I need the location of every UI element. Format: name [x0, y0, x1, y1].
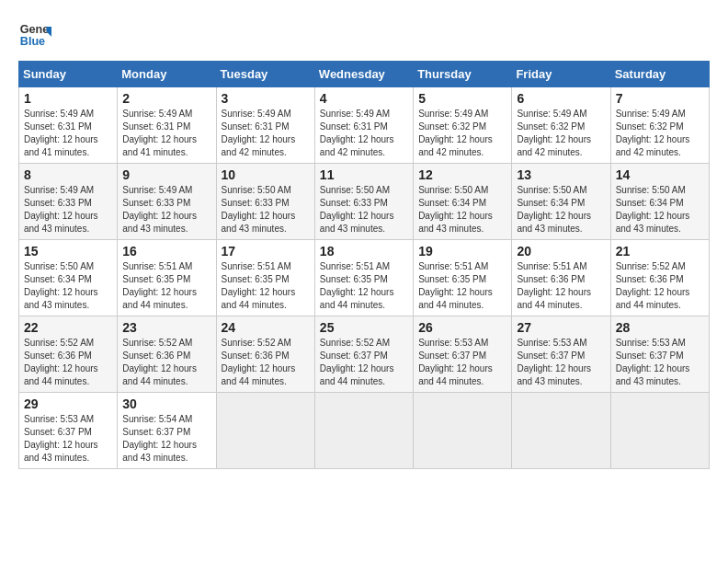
calendar-cell: 27Sunrise: 5:53 AM Sunset: 6:37 PM Dayli… — [512, 316, 610, 393]
day-info: Sunrise: 5:52 AM Sunset: 6:36 PM Dayligh… — [616, 260, 704, 312]
calendar-cell: 20Sunrise: 5:51 AM Sunset: 6:36 PM Dayli… — [512, 240, 610, 316]
day-info: Sunrise: 5:50 AM Sunset: 6:33 PM Dayligh… — [320, 184, 408, 236]
calendar-table: SundayMondayTuesdayWednesdayThursdayFrid… — [18, 61, 710, 469]
calendar-cell — [414, 393, 512, 469]
day-info: Sunrise: 5:53 AM Sunset: 6:37 PM Dayligh… — [24, 413, 112, 465]
day-number: 15 — [24, 244, 112, 259]
day-info: Sunrise: 5:49 AM Sunset: 6:31 PM Dayligh… — [320, 108, 408, 159]
day-number: 9 — [122, 167, 210, 182]
calendar-cell — [610, 393, 709, 469]
logo-icon: General Blue — [18, 18, 51, 52]
calendar-body: 1Sunrise: 5:49 AM Sunset: 6:31 PM Daylig… — [19, 87, 710, 469]
calendar-cell: 4Sunrise: 5:49 AM Sunset: 6:31 PM Daylig… — [314, 87, 413, 164]
calendar-cell: 9Sunrise: 5:49 AM Sunset: 6:33 PM Daylig… — [118, 164, 216, 240]
calendar-cell — [216, 393, 314, 469]
day-info: Sunrise: 5:49 AM Sunset: 6:33 PM Dayligh… — [122, 184, 210, 236]
day-info: Sunrise: 5:53 AM Sunset: 6:37 PM Dayligh… — [517, 337, 605, 388]
weekday-header-friday: Friday — [512, 62, 610, 87]
day-info: Sunrise: 5:52 AM Sunset: 6:37 PM Dayligh… — [320, 337, 408, 388]
week-row-4: 22Sunrise: 5:52 AM Sunset: 6:36 PM Dayli… — [19, 316, 710, 393]
day-info: Sunrise: 5:50 AM Sunset: 6:34 PM Dayligh… — [616, 184, 704, 236]
calendar-cell: 2Sunrise: 5:49 AM Sunset: 6:31 PM Daylig… — [118, 87, 216, 164]
weekday-header-monday: Monday — [118, 62, 216, 87]
day-info: Sunrise: 5:50 AM Sunset: 6:34 PM Dayligh… — [24, 260, 112, 312]
day-info: Sunrise: 5:53 AM Sunset: 6:37 PM Dayligh… — [616, 337, 704, 388]
day-info: Sunrise: 5:49 AM Sunset: 6:31 PM Dayligh… — [222, 108, 310, 159]
logo: General Blue — [18, 18, 51, 52]
day-number: 3 — [222, 91, 310, 106]
day-info: Sunrise: 5:49 AM Sunset: 6:32 PM Dayligh… — [616, 108, 704, 159]
day-number: 17 — [222, 244, 310, 259]
day-number: 12 — [418, 167, 506, 182]
day-info: Sunrise: 5:49 AM Sunset: 6:33 PM Dayligh… — [24, 184, 112, 236]
calendar-cell: 25Sunrise: 5:52 AM Sunset: 6:37 PM Dayli… — [314, 316, 413, 393]
calendar-cell: 19Sunrise: 5:51 AM Sunset: 6:35 PM Dayli… — [414, 240, 512, 316]
calendar-cell: 22Sunrise: 5:52 AM Sunset: 6:36 PM Dayli… — [19, 316, 118, 393]
weekday-header-wednesday: Wednesday — [314, 62, 413, 87]
calendar-cell — [314, 393, 413, 469]
weekday-header-thursday: Thursday — [414, 62, 512, 87]
day-info: Sunrise: 5:52 AM Sunset: 6:36 PM Dayligh… — [122, 337, 210, 388]
day-info: Sunrise: 5:50 AM Sunset: 6:34 PM Dayligh… — [418, 184, 506, 236]
calendar-cell: 7Sunrise: 5:49 AM Sunset: 6:32 PM Daylig… — [610, 87, 709, 164]
day-info: Sunrise: 5:49 AM Sunset: 6:32 PM Dayligh… — [517, 108, 605, 159]
calendar-cell: 18Sunrise: 5:51 AM Sunset: 6:35 PM Dayli… — [314, 240, 413, 316]
weekday-header-sunday: Sunday — [19, 62, 118, 87]
calendar-cell: 17Sunrise: 5:51 AM Sunset: 6:35 PM Dayli… — [216, 240, 314, 316]
day-number: 1 — [24, 91, 112, 106]
calendar-cell: 3Sunrise: 5:49 AM Sunset: 6:31 PM Daylig… — [216, 87, 314, 164]
day-number: 16 — [122, 244, 210, 259]
calendar-cell: 30Sunrise: 5:54 AM Sunset: 6:37 PM Dayli… — [118, 393, 216, 469]
week-row-5: 29Sunrise: 5:53 AM Sunset: 6:37 PM Dayli… — [19, 393, 710, 469]
day-info: Sunrise: 5:52 AM Sunset: 6:36 PM Dayligh… — [24, 337, 112, 388]
calendar-cell: 5Sunrise: 5:49 AM Sunset: 6:32 PM Daylig… — [414, 87, 512, 164]
day-number: 11 — [320, 167, 408, 182]
day-number: 30 — [122, 396, 210, 411]
weekday-header-tuesday: Tuesday — [216, 62, 314, 87]
calendar-cell: 14Sunrise: 5:50 AM Sunset: 6:34 PM Dayli… — [610, 164, 709, 240]
day-number: 22 — [24, 320, 112, 335]
day-number: 18 — [320, 244, 408, 259]
day-info: Sunrise: 5:51 AM Sunset: 6:35 PM Dayligh… — [320, 260, 408, 312]
header: General Blue — [18, 18, 710, 52]
day-number: 10 — [222, 167, 310, 182]
day-info: Sunrise: 5:49 AM Sunset: 6:31 PM Dayligh… — [122, 108, 210, 159]
calendar-cell: 1Sunrise: 5:49 AM Sunset: 6:31 PM Daylig… — [19, 87, 118, 164]
day-number: 20 — [517, 244, 605, 259]
calendar-cell: 24Sunrise: 5:52 AM Sunset: 6:36 PM Dayli… — [216, 316, 314, 393]
day-number: 4 — [320, 91, 408, 106]
day-number: 21 — [616, 244, 704, 259]
day-info: Sunrise: 5:51 AM Sunset: 6:35 PM Dayligh… — [222, 260, 310, 312]
calendar-cell: 21Sunrise: 5:52 AM Sunset: 6:36 PM Dayli… — [610, 240, 709, 316]
day-number: 25 — [320, 320, 408, 335]
day-info: Sunrise: 5:53 AM Sunset: 6:37 PM Dayligh… — [418, 337, 506, 388]
calendar-cell: 23Sunrise: 5:52 AM Sunset: 6:36 PM Dayli… — [118, 316, 216, 393]
calendar-cell — [512, 393, 610, 469]
day-info: Sunrise: 5:51 AM Sunset: 6:36 PM Dayligh… — [517, 260, 605, 312]
day-info: Sunrise: 5:49 AM Sunset: 6:32 PM Dayligh… — [418, 108, 506, 159]
day-number: 6 — [517, 91, 605, 106]
day-number: 2 — [122, 91, 210, 106]
day-number: 5 — [418, 91, 506, 106]
day-number: 29 — [24, 396, 112, 411]
calendar-cell: 13Sunrise: 5:50 AM Sunset: 6:34 PM Dayli… — [512, 164, 610, 240]
svg-text:Blue: Blue — [20, 35, 45, 48]
day-info: Sunrise: 5:51 AM Sunset: 6:35 PM Dayligh… — [418, 260, 506, 312]
calendar-cell: 16Sunrise: 5:51 AM Sunset: 6:35 PM Dayli… — [118, 240, 216, 316]
week-row-3: 15Sunrise: 5:50 AM Sunset: 6:34 PM Dayli… — [19, 240, 710, 316]
day-number: 7 — [616, 91, 704, 106]
day-number: 27 — [517, 320, 605, 335]
calendar-cell: 8Sunrise: 5:49 AM Sunset: 6:33 PM Daylig… — [19, 164, 118, 240]
calendar-cell: 28Sunrise: 5:53 AM Sunset: 6:37 PM Dayli… — [610, 316, 709, 393]
calendar-header: SundayMondayTuesdayWednesdayThursdayFrid… — [19, 62, 710, 87]
day-info: Sunrise: 5:50 AM Sunset: 6:34 PM Dayligh… — [517, 184, 605, 236]
week-row-1: 1Sunrise: 5:49 AM Sunset: 6:31 PM Daylig… — [19, 87, 710, 164]
day-info: Sunrise: 5:49 AM Sunset: 6:31 PM Dayligh… — [24, 108, 112, 159]
day-info: Sunrise: 5:50 AM Sunset: 6:33 PM Dayligh… — [222, 184, 310, 236]
day-number: 23 — [122, 320, 210, 335]
calendar-cell: 29Sunrise: 5:53 AM Sunset: 6:37 PM Dayli… — [19, 393, 118, 469]
day-number: 8 — [24, 167, 112, 182]
day-number: 13 — [517, 167, 605, 182]
day-info: Sunrise: 5:54 AM Sunset: 6:37 PM Dayligh… — [122, 413, 210, 465]
calendar-cell: 6Sunrise: 5:49 AM Sunset: 6:32 PM Daylig… — [512, 87, 610, 164]
